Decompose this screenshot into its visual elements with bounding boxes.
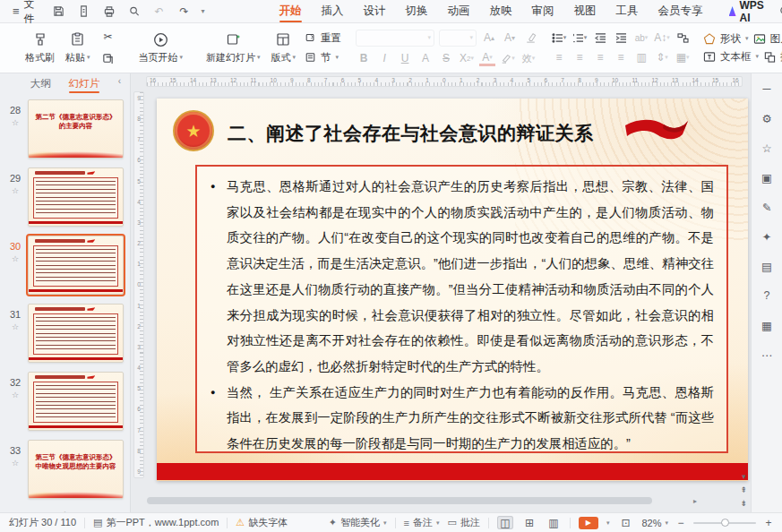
quick-access-more-icon[interactable]: ▾ bbox=[202, 7, 205, 15]
bold-button[interactable]: B bbox=[356, 51, 372, 66]
slide-sorter-view-button[interactable]: ⊞ bbox=[521, 516, 537, 529]
collapse-panel-icon[interactable]: ‹ bbox=[118, 76, 121, 86]
horizontal-scrollbar[interactable] bbox=[147, 497, 684, 504]
text-direction-button[interactable]: ab▾ bbox=[633, 30, 649, 46]
slide-title[interactable]: 二、阐述了社会存在与社会意识的辩证关系 bbox=[228, 121, 594, 146]
more-icon[interactable]: ⋯ bbox=[758, 347, 776, 363]
zoom-out-button[interactable]: − bbox=[676, 517, 685, 529]
copy-button[interactable] bbox=[99, 51, 117, 66]
vertical-ruler[interactable]: 9876543210123456789 bbox=[133, 91, 144, 478]
text-effects-button[interactable]: 效▾ bbox=[520, 51, 537, 66]
thumbnail-preview[interactable]: 第二节《德意志意识形态》的主要内容 bbox=[28, 99, 124, 159]
character-spacing-button[interactable]: A bbox=[417, 51, 434, 66]
tab-开始[interactable]: 开始 bbox=[270, 0, 312, 22]
textbox-button[interactable]: 文本框▾ bbox=[703, 50, 759, 64]
chevron-down-icon[interactable]: ▾ bbox=[606, 519, 610, 527]
increase-indent-button[interactable] bbox=[613, 30, 629, 46]
fit-slide-button[interactable]: ⊡ bbox=[617, 516, 633, 529]
help-icon[interactable]: ? bbox=[758, 287, 776, 304]
wps-ai-button[interactable]: WPS AI bbox=[724, 0, 772, 24]
play-from-current-button[interactable]: 当页开始▾ bbox=[133, 26, 189, 69]
columns-button[interactable]: ▦▾ bbox=[675, 50, 691, 65]
material-library-icon[interactable]: ▤ bbox=[758, 258, 776, 274]
tab-动画[interactable]: 动画 bbox=[438, 0, 480, 22]
format-painter-button[interactable]: 格式刷 bbox=[20, 26, 60, 69]
thumbnail-preview[interactable] bbox=[28, 236, 124, 295]
print-preview-button[interactable] bbox=[126, 4, 142, 20]
superscript-button[interactable]: X2▾ bbox=[459, 51, 475, 66]
highlight-button[interactable]: ▾ bbox=[500, 51, 516, 66]
scroll-down-icon[interactable]: ▾ bbox=[742, 472, 746, 481]
tab-会员专享[interactable]: 会员专享 bbox=[649, 0, 713, 22]
justify-button[interactable]: ≡ bbox=[613, 50, 629, 65]
tab-outline[interactable]: 大纲 bbox=[30, 73, 51, 93]
zoom-slider[interactable] bbox=[693, 522, 756, 524]
increase-font-button[interactable]: A▴ bbox=[481, 30, 497, 46]
thumbnail-preview[interactable] bbox=[28, 304, 124, 363]
distribute-button[interactable]: ▥ bbox=[633, 50, 649, 65]
tab-工具[interactable]: 工具 bbox=[606, 0, 649, 22]
next-slide-button[interactable]: ⇟ bbox=[740, 499, 747, 508]
strikethrough-button[interactable]: S bbox=[438, 51, 454, 66]
properties-icon[interactable]: ⚙ bbox=[758, 110, 776, 126]
template-source[interactable]: ▤ 第一PPT，www.1ppt.com bbox=[93, 516, 219, 529]
font-color-button[interactable]: A▾ bbox=[479, 51, 495, 66]
smart-tools-icon[interactable]: ✦ bbox=[758, 228, 776, 245]
tab-放映[interactable]: 放映 bbox=[480, 0, 522, 22]
effects-icon[interactable]: ☆ bbox=[758, 140, 776, 156]
underline-button[interactable]: U bbox=[397, 51, 413, 66]
new-slide-button[interactable]: 新建幻灯片▾ bbox=[201, 26, 266, 69]
tab-设计[interactable]: 设计 bbox=[354, 0, 396, 22]
decrease-indent-button[interactable] bbox=[592, 30, 608, 46]
slide-thumbnail-30[interactable]: 30☆ bbox=[0, 233, 130, 301]
align-center-button[interactable]: ≡ bbox=[571, 50, 588, 65]
italic-button[interactable]: I bbox=[376, 51, 392, 66]
layout-button[interactable]: 版式▾ bbox=[266, 26, 302, 69]
tab-视图[interactable]: 视图 bbox=[564, 0, 606, 22]
slide-thumbnail-28[interactable]: 28☆第二节《德意志意识形态》的主要内容 bbox=[0, 97, 130, 165]
cut-button[interactable]: ✂ bbox=[99, 30, 117, 45]
scrollbar-thumb[interactable] bbox=[147, 497, 652, 504]
align-left-button[interactable]: ≡ bbox=[551, 50, 567, 65]
print-button[interactable] bbox=[101, 4, 117, 20]
undo-button[interactable]: ↶ bbox=[151, 4, 168, 20]
line-spacing-button[interactable]: ⇕▾ bbox=[654, 50, 670, 65]
redo-button[interactable]: ↷ bbox=[176, 4, 193, 20]
thumbnail-preview[interactable]: 第三节《德意志意识形态》中唯物史观思想的主要内容 bbox=[28, 440, 124, 499]
slide-thumbnail-33[interactable]: 33☆第三节《德意志意识形态》中唯物史观思想的主要内容 bbox=[0, 437, 130, 505]
scroll-right-icon[interactable]: ▸ bbox=[693, 497, 697, 505]
slide-30-canvas[interactable]: ★ 二、阐述了社会存在与社会意识的辩证关系 马克思、恩格斯通过对人的社会意识产生… bbox=[157, 99, 748, 481]
animation-icon[interactable]: ✎ bbox=[758, 199, 776, 215]
bullet-list-button[interactable]: ▾ bbox=[551, 30, 567, 46]
slide-thumbnail-31[interactable]: 31☆ bbox=[0, 301, 130, 369]
tab-插入[interactable]: 插入 bbox=[312, 0, 354, 22]
arrange-button[interactable]: 排列▾ bbox=[763, 50, 782, 64]
font-family-select[interactable] bbox=[356, 30, 434, 47]
line-height-text-button[interactable]: A↕▾ bbox=[654, 30, 670, 46]
slideshow-play-button[interactable]: ▶ bbox=[579, 517, 598, 529]
notes-button[interactable]: ≡备注▾ bbox=[404, 516, 440, 529]
comment-button[interactable]: ▭批注 bbox=[448, 516, 480, 529]
collapse-pane-icon[interactable]: ─ bbox=[758, 81, 776, 97]
decrease-font-button[interactable]: A▾ bbox=[502, 30, 518, 46]
thumbnail-preview[interactable] bbox=[28, 167, 124, 227]
horizontal-ruler[interactable]: 1615141312111098765432101234567891011121… bbox=[146, 76, 743, 87]
font-size-select[interactable] bbox=[439, 30, 477, 47]
layers-icon[interactable]: ▣ bbox=[758, 169, 776, 185]
normal-view-button[interactable]: ◫ bbox=[497, 516, 513, 529]
template-icon[interactable]: ▦ bbox=[758, 317, 776, 333]
reading-view-button[interactable]: ▥ bbox=[546, 516, 562, 529]
thumbnail-preview[interactable] bbox=[28, 372, 124, 431]
tab-切换[interactable]: 切换 bbox=[396, 0, 438, 22]
numbered-list-button[interactable]: ▾ bbox=[571, 30, 588, 46]
picture-button[interactable]: 图片▾ bbox=[753, 32, 782, 46]
align-right-button[interactable]: ≡ bbox=[592, 50, 608, 65]
tab-slides[interactable]: 幻灯片 bbox=[69, 73, 100, 93]
missing-font-warning[interactable]: ⚠ 缺失字体 bbox=[236, 516, 288, 529]
zoom-level[interactable]: 82%▾ bbox=[641, 518, 668, 528]
slide-thumbnail-29[interactable]: 29☆ bbox=[0, 165, 130, 233]
reset-button[interactable]: 重置 bbox=[305, 31, 341, 45]
export-pdf-button[interactable] bbox=[76, 4, 92, 20]
slide-thumbnail-32[interactable]: 32☆ bbox=[0, 369, 130, 437]
zoom-in-button[interactable]: + bbox=[764, 517, 773, 529]
